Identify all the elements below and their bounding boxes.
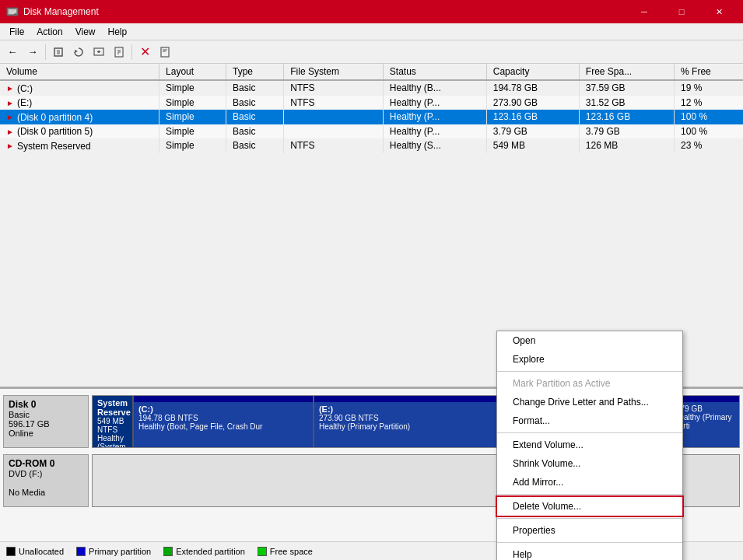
cell-volume: ► (Disk 0 partition 5) — [0, 124, 159, 139]
col-capacity[interactable]: Capacity — [486, 64, 579, 80]
cell-capacity: 194.78 GB — [486, 80, 579, 96]
disk-0-status: Online — [9, 429, 83, 438]
cell-layout: Simple — [159, 138, 226, 153]
cell-status: Healthy (P... — [383, 124, 486, 139]
partition-name: (C:) — [138, 404, 308, 414]
back-button[interactable]: ← — [3, 43, 22, 61]
cell-layout: Simple — [159, 96, 226, 110]
ctx-help[interactable]: Help — [497, 545, 682, 560]
legend-label-extended: Extended partition — [176, 547, 245, 556]
ctx-format[interactable]: Format... — [497, 411, 682, 430]
volume-table: Volume Layout Type File System Status Ca… — [0, 64, 743, 153]
cell-capacity: 549 MB — [486, 138, 579, 153]
cell-free: 126 MB — [579, 138, 674, 153]
table-row[interactable]: ► System Reserved Simple Basic NTFS Heal… — [0, 138, 743, 153]
cell-layout: Simple — [159, 124, 226, 139]
ctx-extend[interactable]: Extend Volume... — [497, 436, 682, 454]
menu-file[interactable]: File — [3, 25, 30, 39]
col-fs[interactable]: File System — [284, 64, 384, 80]
refresh-button[interactable] — [69, 43, 88, 61]
ctx-explore[interactable]: Explore — [497, 350, 682, 369]
legend-box-extended — [163, 547, 173, 556]
table-row[interactable]: ► (C:) Simple Basic NTFS Healthy (B... 1… — [0, 80, 743, 96]
cell-free: 37.59 GB — [579, 80, 674, 96]
new-disk-button[interactable] — [89, 43, 108, 61]
cell-free: 3.79 GB — [579, 124, 674, 139]
delete-button[interactable]: ✕ — [135, 43, 154, 61]
ctx-separator — [497, 432, 682, 433]
disk-0-label: Disk 0 Basic 596.17 GB Online — [3, 395, 89, 448]
ctx-separator — [497, 494, 682, 495]
disk-info-button[interactable] — [110, 43, 128, 61]
legend-unallocated: Unallocated — [6, 547, 64, 556]
legend-label-free: Free space — [270, 547, 313, 556]
cell-type: Basic — [226, 96, 284, 110]
partition-c[interactable]: (C:) 194.78 GB NTFS Healthy (Boot, Page … — [134, 396, 314, 447]
title-bar: Disk Management ─ □ ✕ — [0, 0, 743, 23]
table-row[interactable]: ► (E:) Simple Basic NTFS Healthy (P... 2… — [0, 96, 743, 110]
ctx-delete[interactable]: Delete Volume... — [497, 497, 682, 516]
cell-pct: 12 % — [675, 96, 743, 110]
maximize-button[interactable]: □ — [664, 0, 699, 23]
menu-action[interactable]: Action — [30, 25, 68, 39]
cell-type: Basic — [226, 80, 284, 96]
ctx-change-letter[interactable]: Change Drive Letter and Paths... — [497, 393, 682, 411]
ctx-shrink[interactable]: Shrink Volume... — [497, 454, 682, 473]
table-row[interactable]: ► (Disk 0 partition 5) Simple Basic Heal… — [0, 124, 743, 139]
ctx-separator — [497, 542, 682, 543]
col-layout[interactable]: Layout — [159, 64, 226, 80]
properties-button[interactable] — [49, 43, 68, 61]
col-type[interactable]: Type — [226, 64, 284, 80]
legend-label-primary: Primary partition — [89, 547, 151, 556]
cell-volume: ► (C:) — [0, 80, 159, 96]
ctx-open[interactable]: Open — [497, 331, 682, 350]
cell-layout: Simple — [159, 110, 226, 124]
disk-0-type: Basic — [9, 410, 83, 419]
cell-fs: NTFS — [284, 96, 384, 110]
ctx-separator — [497, 518, 682, 519]
partition-status: Healthy (Boot, Page File, Crash Dur — [138, 422, 308, 431]
cell-status: Healthy (P... — [383, 96, 486, 110]
cell-capacity: 3.79 GB — [486, 124, 579, 139]
cell-capacity: 273.90 GB — [486, 96, 579, 110]
menu-view[interactable]: View — [69, 25, 102, 39]
cell-free: 123.16 GB — [579, 110, 674, 124]
menu-bar: File Action View Help — [0, 23, 743, 40]
cell-layout: Simple — [159, 80, 226, 96]
legend-box-free — [258, 547, 267, 556]
partition-system-reserved[interactable]: System Reserve 549 MB NTFS Healthy (Syst… — [93, 396, 134, 447]
window-controls: ─ □ ✕ — [626, 0, 737, 23]
forward-button[interactable]: → — [23, 43, 42, 61]
partition-name: System Reserve — [97, 398, 128, 417]
toolbar-sep-1 — [45, 44, 46, 60]
cell-volume: ► (Disk 0 partition 4) — [0, 110, 159, 124]
col-volume[interactable]: Volume — [0, 64, 159, 80]
col-pct[interactable]: % Free — [675, 64, 743, 80]
close-button[interactable]: ✕ — [701, 0, 737, 23]
ctx-add-mirror[interactable]: Add Mirror... — [497, 473, 682, 492]
svg-point-2 — [14, 13, 17, 16]
svg-rect-15 — [161, 47, 169, 57]
partition-status: Healthy (System, — [97, 434, 128, 447]
cell-type: Basic — [226, 138, 284, 153]
app-icon — [6, 5, 19, 18]
cell-capacity: 123.16 GB — [486, 110, 579, 124]
menu-help[interactable]: Help — [102, 25, 134, 39]
table-header-row: Volume Layout Type File System Status Ca… — [0, 64, 743, 80]
table-row[interactable]: ► (Disk 0 partition 4) Simple Basic Heal… — [0, 110, 743, 124]
ctx-properties[interactable]: Properties — [497, 521, 682, 540]
cell-pct: 100 % — [675, 110, 743, 124]
col-free[interactable]: Free Spa... — [579, 64, 674, 80]
ctx-mark-active[interactable]: Mark Partition as Active — [497, 374, 682, 393]
cell-type: Basic — [226, 110, 284, 124]
context-menu: OpenExploreMark Partition as ActiveChang… — [496, 331, 683, 560]
volume-icon: ► System Reserved — [6, 141, 91, 152]
help-toolbar-button[interactable] — [156, 43, 174, 61]
minimize-button[interactable]: ─ — [626, 0, 662, 23]
cell-fs — [284, 124, 384, 139]
col-status[interactable]: Status — [383, 64, 486, 80]
volume-icon: ► (C:) — [6, 83, 33, 94]
partition-size: 549 MB NTFS — [97, 417, 128, 434]
partition-top-bar — [134, 396, 313, 402]
legend-primary: Primary partition — [76, 547, 151, 556]
